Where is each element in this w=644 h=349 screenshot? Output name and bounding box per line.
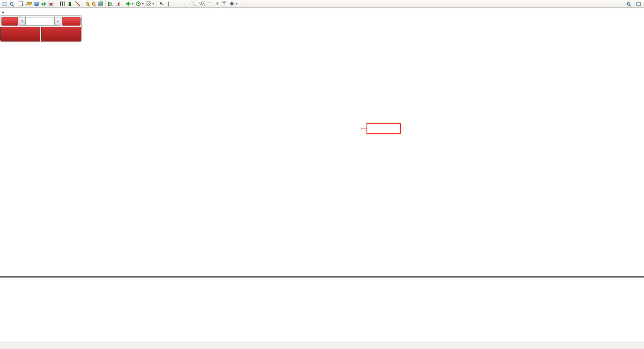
- mt4-window: + - ▾ ▾ ▾ ↖ A T ▾: [0, 0, 644, 349]
- tile-windows-button[interactable]: [97, 0, 104, 7]
- buy-price-box[interactable]: [41, 27, 81, 41]
- text-label-button[interactable]: T: [220, 0, 228, 7]
- toolbar-group-scroll: [105, 0, 123, 8]
- toolbar-group-objects: A T ▾: [174, 0, 240, 8]
- rsi-canvas[interactable]: [0, 278, 644, 341]
- signal-icon: [42, 2, 46, 6]
- trade-panel-row: ▼ ▲: [0, 17, 82, 26]
- rsi-panel[interactable]: [0, 278, 644, 341]
- shapes-button[interactable]: ▾: [228, 0, 239, 7]
- price-callout-label[interactable]: [367, 123, 401, 134]
- line-chart-button[interactable]: [74, 0, 82, 7]
- text-label-icon: T: [222, 1, 226, 6]
- periods-button[interactable]: ▾: [135, 0, 145, 7]
- macd-canvas[interactable]: [0, 215, 644, 276]
- chart-title: ▲: [1, 10, 9, 14]
- fibonacci-button[interactable]: [206, 0, 214, 7]
- toolbar-group-add: ▾ ▾ ▾: [123, 0, 157, 8]
- one-click-trade-panel: ▼ ▲: [0, 15, 82, 41]
- trendline-button[interactable]: [190, 0, 198, 7]
- sell-button[interactable]: [1, 17, 18, 26]
- shapes-icon: [230, 1, 234, 6]
- crosshair-button[interactable]: [165, 0, 172, 7]
- community-button[interactable]: [33, 0, 40, 7]
- blue-doc-icon: [34, 2, 39, 6]
- cursor-icon: ↖: [160, 1, 163, 6]
- toolbar-group-cursor: ↖: [157, 0, 174, 8]
- main-chart-panel[interactable]: ▲ ▼ ▲: [0, 8, 644, 214]
- cursor-button[interactable]: ↖: [158, 0, 165, 7]
- main-chart-canvas[interactable]: [0, 8, 644, 214]
- chevron-down-icon: ▾: [132, 2, 133, 6]
- auto-scroll-button[interactable]: [107, 0, 114, 7]
- crosshair-icon: [166, 1, 171, 6]
- zoom-in-button[interactable]: +: [84, 0, 91, 7]
- macd-panel[interactable]: [0, 215, 644, 276]
- toolbar: + - ▾ ▾ ▾ ↖ A T ▾: [0, 0, 644, 8]
- vertical-line-button[interactable]: [175, 0, 183, 7]
- volume-input[interactable]: [26, 17, 55, 26]
- templates-button[interactable]: ▾: [145, 0, 155, 7]
- text-button[interactable]: A: [214, 0, 220, 7]
- chart-shift-button[interactable]: [114, 0, 122, 7]
- market-watch-icon: [10, 2, 13, 6]
- vertical-line-icon: [179, 1, 179, 6]
- line-chart-icon: [75, 1, 80, 6]
- new-order-icon: [19, 1, 23, 6]
- bar-chart-button[interactable]: [59, 0, 66, 7]
- search-button[interactable]: [625, 0, 632, 7]
- autotrading-button[interactable]: [47, 0, 56, 7]
- chat-icon: [636, 2, 641, 6]
- volume-increase-button[interactable]: ▲: [55, 17, 61, 26]
- buy-button[interactable]: [62, 17, 80, 26]
- horizontal-line-button[interactable]: [183, 0, 190, 7]
- volume-decrease-button[interactable]: ▼: [19, 17, 26, 26]
- auto-scroll-icon: [108, 2, 113, 6]
- chat-button[interactable]: [635, 0, 643, 7]
- plus-icon: [126, 1, 130, 6]
- chevron-down-icon: ▾: [236, 2, 237, 6]
- toolbox-button[interactable]: [1, 0, 9, 7]
- search-icon: [627, 2, 630, 6]
- toolbox-icon: [3, 2, 7, 6]
- mql-button[interactable]: [25, 0, 33, 7]
- horizontal-line-icon: [184, 4, 189, 4]
- clock-icon: [136, 1, 141, 6]
- fibonacci-icon: [208, 2, 213, 6]
- text-icon: A: [216, 1, 219, 6]
- indicators-template-icon: [147, 1, 151, 6]
- chart-window: ▲ ▼ ▲: [0, 8, 644, 349]
- sell-price-box[interactable]: [0, 27, 40, 41]
- toolbar-group-charttype: [57, 0, 83, 8]
- channel-button[interactable]: [198, 0, 206, 7]
- timeframe-group: [240, 0, 243, 8]
- candle-chart-button[interactable]: [66, 0, 74, 7]
- collapse-triangle-icon[interactable]: ▲: [1, 10, 4, 14]
- date-axis[interactable]: [0, 342, 644, 349]
- zoom-out-icon: -: [92, 2, 95, 6]
- add-chart-button[interactable]: ▾: [124, 0, 135, 7]
- signals-button[interactable]: [40, 0, 47, 7]
- toolbar-right-icons: [625, 0, 643, 8]
- chart-shift-icon: [116, 2, 120, 6]
- bar-chart-icon: [60, 1, 65, 6]
- trendline-icon: [192, 1, 197, 6]
- zoom-out-button[interactable]: -: [91, 0, 97, 7]
- chevron-down-icon: ▾: [142, 2, 144, 6]
- toolbar-group-zoom: + -: [83, 0, 105, 8]
- market-watch-button[interactable]: [9, 0, 15, 7]
- tile-windows-icon: [98, 1, 103, 6]
- new-order-button[interactable]: [17, 0, 25, 7]
- channel-icon: [200, 1, 205, 6]
- chevron-down-icon: ▾: [152, 2, 154, 6]
- gold-bar-icon: [26, 2, 32, 5]
- toolbar-group-trade: [16, 0, 57, 8]
- zoom-in-icon: +: [86, 2, 89, 6]
- toolbar-group-general: [0, 0, 16, 8]
- candlestick-icon: [69, 2, 71, 6]
- autotrading-icon: [49, 2, 53, 6]
